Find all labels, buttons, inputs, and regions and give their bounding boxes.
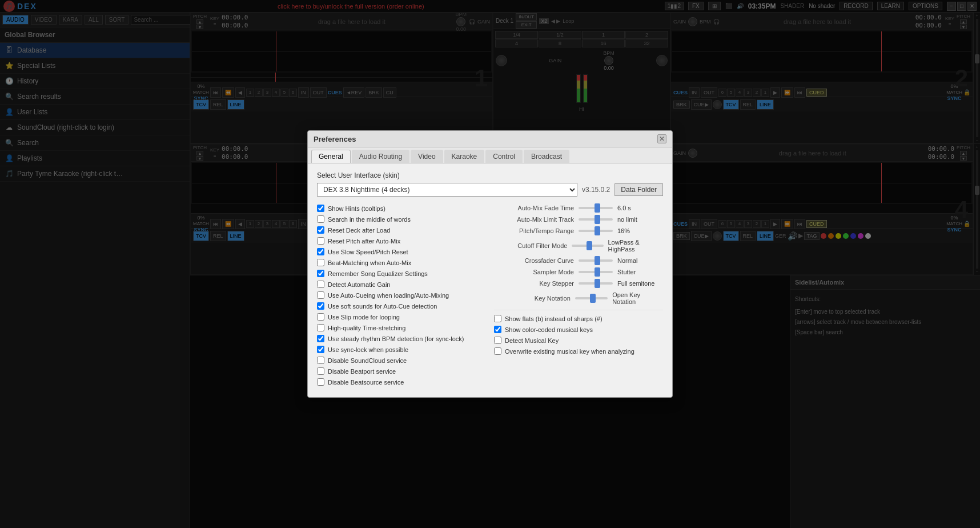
cb-reset-deck[interactable] (317, 226, 324, 234)
slider-cutoff-filter-thumb (587, 241, 592, 250)
cb-disable-bs[interactable] (317, 378, 324, 386)
cb-color-keys-label: Show color-coded musical keys (505, 326, 593, 333)
cb-color-keys[interactable] (494, 326, 501, 333)
slider-automix-fade-val: 6.0 s (617, 205, 663, 211)
checkbox-show-hints: Show Hints (tooltips) (317, 205, 483, 212)
slider-pitch-tempo-label: Pitch/Tempo Range (494, 227, 574, 234)
checkbox-beat-matching: Beat-Matching when Auto-Mix (317, 259, 483, 266)
cb-detect-gain-label: Detect Automatic Gain (328, 281, 390, 288)
slider-cutoff-filter-ctrl[interactable] (572, 245, 603, 247)
slider-pitch-tempo-thumb (595, 226, 600, 235)
cb-reset-pitch-label: Reset Pitch after Auto-Mix (328, 238, 400, 245)
skin-section-label: Select User Interface (skin) (317, 171, 663, 179)
prefs-divider (494, 310, 663, 310)
checkbox-reset-deck: Reset Deck after Load (317, 226, 483, 234)
checkbox-detect-key: Detect Musical Key (494, 337, 663, 344)
modal-body: Select User Interface (skin) DEX 3.8 Nig… (308, 163, 672, 397)
cb-slip-mode-label: Use Slip mode for looping (328, 314, 400, 321)
modal-title-bar: Preferences ✕ (308, 131, 672, 147)
checkbox-color-keys: Show color-coded musical keys (494, 326, 663, 333)
checkbox-steady-bpm: Use steady rhythm BPM detection (for syn… (317, 335, 483, 342)
slider-automix-limit: Auto-Mix Limit Track no limit (494, 216, 663, 223)
modal-close-button[interactable]: ✕ (657, 134, 666, 143)
slider-cutoff-filter: Cutoff Filter Mode LowPass & HighPass (494, 239, 663, 253)
cb-disable-sc-label: Disable SoundCloud service (328, 357, 407, 364)
cb-reset-pitch[interactable] (317, 237, 324, 245)
tab-control[interactable]: Control (485, 150, 523, 163)
slider-automix-limit-thumb (595, 215, 600, 224)
checkbox-slow-speed: Use Slow Speed/Pitch Reset (317, 248, 483, 255)
checkbox-disable-sc: Disable SoundCloud service (317, 357, 483, 364)
cb-beat-matching[interactable] (317, 259, 324, 266)
cb-soft-sounds-label: Use soft sounds for Auto-Cue detection (328, 303, 437, 310)
cb-remember-eq[interactable] (317, 270, 324, 277)
slider-sampler-val: Stutter (617, 269, 663, 275)
slider-crossfader-ctrl[interactable] (579, 259, 613, 262)
checkbox-detect-gain: Detect Automatic Gain (317, 281, 483, 288)
cb-slow-speed[interactable] (317, 248, 324, 255)
cb-show-hints[interactable] (317, 205, 324, 212)
cb-hq-time[interactable] (317, 324, 324, 331)
data-folder-button[interactable]: Data Folder (614, 183, 663, 196)
slider-key-stepper-label: Key Stepper (494, 280, 574, 287)
cb-overwrite-key[interactable] (494, 347, 501, 355)
slider-sampler-ctrl[interactable] (579, 271, 613, 273)
cb-steady-bpm-label: Use steady rhythm BPM detection (for syn… (328, 335, 464, 342)
slider-automix-fade-ctrl[interactable] (579, 207, 613, 209)
cb-soft-sounds[interactable] (317, 302, 324, 310)
checkbox-remember-eq: Remember Song Equalizer Settings (317, 270, 483, 277)
cb-auto-cue[interactable] (317, 291, 324, 299)
slider-crossfader: Crossfader Curve Normal (494, 257, 663, 264)
slider-key-notation-val: Open Key Notation (612, 291, 663, 305)
slider-pitch-tempo-ctrl[interactable] (579, 230, 613, 232)
cb-search-middle[interactable] (317, 215, 324, 223)
slider-sampler-thumb (595, 267, 600, 277)
version-label: v3.15.0.2 (582, 186, 610, 194)
skin-select[interactable]: DEX 3.8 Nighttime (4 decks) (317, 183, 577, 197)
tab-general[interactable]: General (311, 150, 351, 163)
cb-disable-bp-label: Disable Beatport service (328, 368, 396, 375)
slider-key-stepper-val: Full semitone (617, 280, 663, 287)
slider-sampler-label: Sampler Mode (494, 269, 574, 275)
cb-detect-gain[interactable] (317, 281, 324, 288)
tab-karaoke[interactable]: Karaoke (444, 150, 485, 163)
cb-detect-key[interactable] (494, 337, 501, 344)
tab-video[interactable]: Video (411, 150, 443, 163)
skin-row: DEX 3.8 Nighttime (4 decks) v3.15.0.2 Da… (317, 183, 663, 197)
checkbox-hq-time: High-quality Time-stretching (317, 324, 483, 331)
slider-automix-limit-ctrl[interactable] (579, 218, 613, 221)
preferences-modal: Preferences ✕ General Audio Routing Vide… (307, 130, 673, 398)
slider-automix-limit-val: no limit (617, 216, 663, 223)
slider-pitch-tempo: Pitch/Tempo Range 16% (494, 227, 663, 234)
checkbox-show-flats: Show flats (b) instead of sharps (#) (494, 315, 663, 322)
slider-key-notation-label: Key Notation (494, 295, 571, 302)
cb-slow-speed-label: Use Slow Speed/Pitch Reset (328, 249, 408, 255)
slider-key-notation-ctrl[interactable] (575, 297, 608, 299)
cb-steady-bpm[interactable] (317, 335, 324, 342)
cb-slip-mode[interactable] (317, 313, 324, 321)
checkbox-overwrite-key: Overwrite existing musical key when anal… (494, 347, 663, 355)
tab-audio-routing[interactable]: Audio Routing (352, 150, 409, 163)
slider-automix-fade-label: Auto-Mix Fade Time (494, 205, 574, 211)
slider-automix-fade-thumb (595, 203, 600, 213)
checkbox-disable-bp: Disable Beatport service (317, 367, 483, 375)
modal-tabs: General Audio Routing Video Karaoke Cont… (308, 147, 672, 163)
slider-key-stepper-ctrl[interactable] (579, 282, 613, 285)
cb-beat-matching-label: Beat-Matching when Auto-Mix (328, 259, 411, 266)
cb-show-hints-label: Show Hints (tooltips) (328, 205, 385, 212)
checkbox-slip-mode: Use Slip mode for looping (317, 313, 483, 321)
cb-disable-bp[interactable] (317, 367, 324, 375)
cb-disable-sc[interactable] (317, 357, 324, 364)
tab-broadcast[interactable]: Broadcast (524, 150, 569, 163)
slider-key-notation: Key Notation Open Key Notation (494, 291, 663, 305)
checkbox-sync-lock: Use sync-lock when possible (317, 346, 483, 353)
checkbox-disable-bs: Disable Beatsource service (317, 378, 483, 386)
prefs-left-column: Show Hints (tooltips) Search in the midd… (317, 205, 483, 389)
cb-show-flats-label: Show flats (b) instead of sharps (#) (505, 315, 603, 322)
cb-auto-cue-label: Use Auto-Cueing when loading/Auto-Mixing (328, 292, 449, 299)
cb-remember-eq-label: Remember Song Equalizer Settings (328, 270, 428, 277)
slider-crossfader-label: Crossfader Curve (494, 257, 574, 264)
cb-sync-lock[interactable] (317, 346, 324, 353)
slider-cutoff-filter-val: LowPass & HighPass (608, 239, 664, 253)
cb-show-flats[interactable] (494, 315, 501, 322)
